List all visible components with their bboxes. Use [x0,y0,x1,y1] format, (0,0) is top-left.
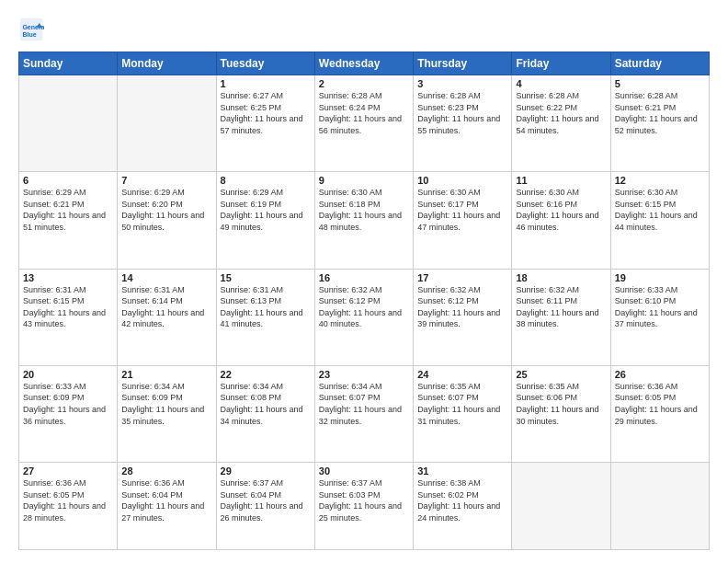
day-number: 20 [23,369,113,380]
calendar-cell [118,75,216,172]
day-number: 27 [23,465,113,477]
day-number: 2 [319,78,409,89]
day-info: Sunrise: 6:36 AM Sunset: 6:05 PM Dayligh… [23,477,113,523]
day-number: 8 [221,175,311,186]
day-number: 26 [615,369,705,380]
weekday-header-row: SundayMondayTuesdayWednesdayThursdayFrid… [19,52,710,75]
calendar-cell: 29Sunrise: 6:37 AM Sunset: 6:04 PM Dayli… [216,463,314,550]
calendar-cell: 6Sunrise: 6:29 AM Sunset: 6:21 PM Daylig… [19,172,118,269]
day-info: Sunrise: 6:38 AM Sunset: 6:02 PM Dayligh… [417,477,507,523]
day-number: 17 [417,272,507,283]
day-info: Sunrise: 6:35 AM Sunset: 6:06 PM Dayligh… [516,381,606,427]
day-number: 15 [221,272,311,283]
weekday-header-tuesday: Tuesday [216,52,314,75]
day-number: 16 [319,272,409,283]
calendar-cell: 25Sunrise: 6:35 AM Sunset: 6:06 PM Dayli… [512,365,610,462]
day-number: 7 [121,175,211,186]
day-info: Sunrise: 6:34 AM Sunset: 6:07 PM Dayligh… [319,381,409,427]
calendar-cell: 2Sunrise: 6:28 AM Sunset: 6:24 PM Daylig… [314,75,413,172]
calendar-cell: 8Sunrise: 6:29 AM Sunset: 6:19 PM Daylig… [216,172,314,269]
day-info: Sunrise: 6:27 AM Sunset: 6:25 PM Dayligh… [221,90,311,136]
calendar-cell: 18Sunrise: 6:32 AM Sunset: 6:11 PM Dayli… [512,269,610,365]
weekday-header-sunday: Sunday [19,52,118,75]
day-info: Sunrise: 6:34 AM Sunset: 6:09 PM Dayligh… [121,381,211,427]
calendar-cell: 28Sunrise: 6:36 AM Sunset: 6:04 PM Dayli… [118,463,216,550]
svg-text:Blue: Blue [22,31,36,38]
day-number: 30 [319,465,409,477]
day-info: Sunrise: 6:31 AM Sunset: 6:13 PM Dayligh… [221,284,311,330]
day-info: Sunrise: 6:28 AM Sunset: 6:23 PM Dayligh… [417,90,507,136]
calendar-week-row: 1Sunrise: 6:27 AM Sunset: 6:25 PM Daylig… [19,75,710,172]
day-info: Sunrise: 6:30 AM Sunset: 6:17 PM Dayligh… [417,187,507,233]
day-info: Sunrise: 6:36 AM Sunset: 6:05 PM Dayligh… [615,381,705,427]
calendar-cell: 1Sunrise: 6:27 AM Sunset: 6:25 PM Daylig… [216,75,314,172]
calendar-cell: 13Sunrise: 6:31 AM Sunset: 6:15 PM Dayli… [19,269,118,365]
day-number: 3 [417,78,507,89]
weekday-header-friday: Friday [512,52,610,75]
calendar-cell [19,75,118,172]
day-number: 14 [121,272,211,283]
calendar-week-row: 20Sunrise: 6:33 AM Sunset: 6:09 PM Dayli… [19,365,710,462]
calendar-cell [610,463,709,550]
day-number: 5 [615,78,705,89]
day-number: 6 [23,175,113,186]
calendar-week-row: 13Sunrise: 6:31 AM Sunset: 6:15 PM Dayli… [19,269,710,365]
header: General Blue [18,17,710,42]
day-info: Sunrise: 6:30 AM Sunset: 6:18 PM Dayligh… [319,187,409,233]
day-info: Sunrise: 6:33 AM Sunset: 6:09 PM Dayligh… [23,381,113,427]
day-info: Sunrise: 6:35 AM Sunset: 6:07 PM Dayligh… [417,381,507,427]
calendar-cell: 27Sunrise: 6:36 AM Sunset: 6:05 PM Dayli… [19,463,118,550]
day-info: Sunrise: 6:32 AM Sunset: 6:12 PM Dayligh… [417,284,507,330]
calendar-cell: 22Sunrise: 6:34 AM Sunset: 6:08 PM Dayli… [216,365,314,462]
day-number: 29 [221,465,311,477]
day-info: Sunrise: 6:28 AM Sunset: 6:21 PM Dayligh… [615,90,705,136]
day-info: Sunrise: 6:36 AM Sunset: 6:04 PM Dayligh… [121,477,211,523]
day-number: 18 [516,272,606,283]
day-number: 22 [221,369,311,380]
day-info: Sunrise: 6:28 AM Sunset: 6:24 PM Dayligh… [319,90,409,136]
day-number: 10 [417,175,507,186]
day-info: Sunrise: 6:28 AM Sunset: 6:22 PM Dayligh… [516,90,606,136]
calendar-week-row: 6Sunrise: 6:29 AM Sunset: 6:21 PM Daylig… [19,172,710,269]
day-number: 25 [516,369,606,380]
weekday-header-monday: Monday [118,52,216,75]
day-number: 23 [319,369,409,380]
weekday-header-saturday: Saturday [610,52,709,75]
calendar-table: SundayMondayTuesdayWednesdayThursdayFrid… [18,52,710,550]
day-number: 12 [615,175,705,186]
day-number: 9 [319,175,409,186]
calendar-week-row: 27Sunrise: 6:36 AM Sunset: 6:05 PM Dayli… [19,463,710,550]
day-info: Sunrise: 6:34 AM Sunset: 6:08 PM Dayligh… [221,381,311,427]
calendar-cell: 9Sunrise: 6:30 AM Sunset: 6:18 PM Daylig… [314,172,413,269]
day-info: Sunrise: 6:32 AM Sunset: 6:12 PM Dayligh… [319,284,409,330]
calendar-cell: 21Sunrise: 6:34 AM Sunset: 6:09 PM Dayli… [118,365,216,462]
calendar-cell: 4Sunrise: 6:28 AM Sunset: 6:22 PM Daylig… [512,75,610,172]
page: General Blue SundayMondayTuesdayWednesda… [0,0,728,563]
day-info: Sunrise: 6:29 AM Sunset: 6:20 PM Dayligh… [121,187,211,233]
calendar-cell: 14Sunrise: 6:31 AM Sunset: 6:14 PM Dayli… [118,269,216,365]
day-number: 21 [121,369,211,380]
day-info: Sunrise: 6:32 AM Sunset: 6:11 PM Dayligh… [516,284,606,330]
calendar-cell: 17Sunrise: 6:32 AM Sunset: 6:12 PM Dayli… [414,269,512,365]
day-info: Sunrise: 6:29 AM Sunset: 6:19 PM Dayligh… [221,187,311,233]
logo-icon: General Blue [18,17,44,42]
day-info: Sunrise: 6:37 AM Sunset: 6:04 PM Dayligh… [221,477,311,523]
calendar-cell: 7Sunrise: 6:29 AM Sunset: 6:20 PM Daylig… [118,172,216,269]
day-number: 1 [221,78,311,89]
day-number: 13 [23,272,113,283]
day-info: Sunrise: 6:29 AM Sunset: 6:21 PM Dayligh… [23,187,113,233]
calendar-cell: 24Sunrise: 6:35 AM Sunset: 6:07 PM Dayli… [414,365,512,462]
day-info: Sunrise: 6:30 AM Sunset: 6:15 PM Dayligh… [615,187,705,233]
calendar-cell: 31Sunrise: 6:38 AM Sunset: 6:02 PM Dayli… [414,463,512,550]
calendar-cell: 20Sunrise: 6:33 AM Sunset: 6:09 PM Dayli… [19,365,118,462]
calendar-cell: 3Sunrise: 6:28 AM Sunset: 6:23 PM Daylig… [414,75,512,172]
calendar-cell: 16Sunrise: 6:32 AM Sunset: 6:12 PM Dayli… [314,269,413,365]
calendar-cell: 23Sunrise: 6:34 AM Sunset: 6:07 PM Dayli… [314,365,413,462]
calendar-cell: 19Sunrise: 6:33 AM Sunset: 6:10 PM Dayli… [610,269,709,365]
day-number: 19 [615,272,705,283]
calendar-cell: 15Sunrise: 6:31 AM Sunset: 6:13 PM Dayli… [216,269,314,365]
day-number: 31 [417,465,507,477]
calendar-cell: 5Sunrise: 6:28 AM Sunset: 6:21 PM Daylig… [610,75,709,172]
day-number: 11 [516,175,606,186]
calendar-cell [512,463,610,550]
